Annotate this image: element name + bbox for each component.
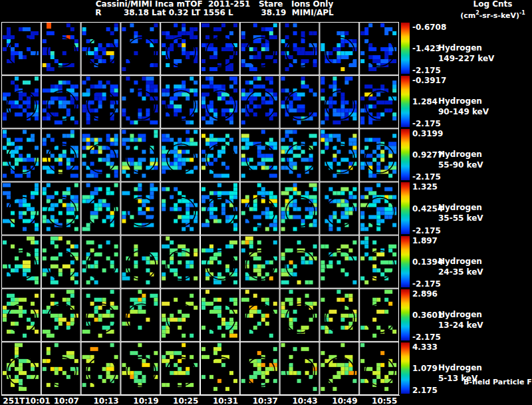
colorbar-tick-top: 4.333 bbox=[412, 342, 438, 352]
time-axis-line bbox=[1, 395, 400, 396]
energy-band-label: Hydrogen 13-24 keV bbox=[438, 309, 483, 331]
colorbar-row-5 bbox=[401, 236, 410, 287]
colorbar-tick-bottom: -2.175 bbox=[412, 226, 441, 235]
colorbar-tick-mid: 1.079 bbox=[412, 364, 438, 373]
colorbar-tick-top: 1.325 bbox=[412, 182, 438, 192]
colorbar-tick-top: 0.3199 bbox=[412, 129, 443, 138]
spectrogram-panel-grid bbox=[0, 22, 400, 395]
legend-unit: (cm2-sr-s-keV)-1 bbox=[456, 9, 530, 20]
energy-band-label: Hydrogen 55-90 keV bbox=[438, 149, 483, 170]
colorbar-tick-top: -0.3917 bbox=[412, 76, 446, 85]
colorbar-row-1 bbox=[401, 23, 410, 74]
colorbar-tick-bottom: -2.175 bbox=[412, 333, 441, 342]
colorbar-row-3 bbox=[401, 129, 410, 180]
colorbar-tick-top: 2.896 bbox=[412, 289, 438, 299]
colorbar-tick-bottom: -2.175 bbox=[412, 172, 441, 182]
colorbar-row-2 bbox=[401, 76, 410, 127]
legend-title: Log Cnts bbox=[456, 0, 530, 9]
energy-band-label: Hydrogen 24-35 keV bbox=[438, 256, 483, 277]
colorbar-tick-mid: 1.284 bbox=[412, 97, 438, 106]
colorbar-tick-bottom: -2.175 bbox=[412, 119, 441, 128]
ephemeris-line: R 38.18 Lat 0.32 LT 1556 L 38.19 MIMI/AP… bbox=[0, 9, 429, 17]
colorbar-tick-bottom: -2.175 bbox=[412, 279, 441, 289]
colorbar-tick-top: 1.897 bbox=[412, 236, 438, 245]
colorbar-row-4 bbox=[401, 182, 410, 233]
bfield-flow-label: B-field Particle Flow bbox=[464, 378, 532, 386]
colorbar-row-6 bbox=[401, 289, 410, 340]
colorbar-tick-bottom: 2.175 bbox=[412, 386, 438, 395]
colorbar-row-7 bbox=[401, 342, 410, 394]
time-tick-label: 10:55 bbox=[354, 396, 414, 405]
header: Cassini/MIMI Inca mTOF 2011-251 Stare Io… bbox=[0, 0, 429, 17]
colorbar-legend: Log Cnts (cm2-sr-s-keV)-1 bbox=[456, 0, 530, 20]
energy-band-label: Hydrogen 35-55 keV bbox=[438, 202, 483, 223]
energy-band-label: Hydrogen 90-149 keV bbox=[438, 96, 489, 117]
mimi-inca-display: { "header": { "title1": "Cassini/MIMI In… bbox=[0, 0, 532, 405]
colorbar-tick-bottom: -2.175 bbox=[412, 66, 441, 75]
colorbar-tick-mid: -1.423 bbox=[412, 44, 441, 53]
colorbar-tick-top: -0.6708 bbox=[412, 23, 446, 32]
energy-band-label: Hydrogen 149-227 keV bbox=[438, 43, 494, 64]
